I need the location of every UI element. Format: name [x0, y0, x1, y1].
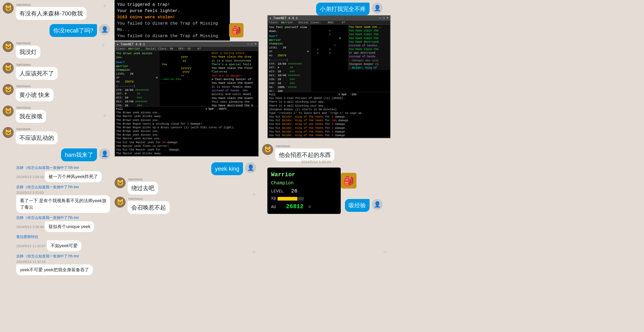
bubble-yeek-king: yeek king [211, 162, 243, 175]
avatar-narcissus-3: 🐱 [3, 63, 14, 74]
quote-4-sender: 查拉图斯特拉 [16, 235, 110, 239]
bubble-wrap-2: 你没recall了吗? [50, 24, 97, 37]
msg-row-3: 🐱 narcissus 我没灯 [3, 41, 110, 58]
deco-plane-7: ✈ [383, 249, 387, 256]
bubble-wrap-7: narcissus 不应该乱动的 [16, 127, 58, 144]
msg-yeek-king: 👤 yeek king [115, 162, 256, 175]
bubble-round: 绕过去吧 [128, 182, 158, 195]
avatar-narcissus-mid: 🐱 [115, 177, 126, 188]
sender-name-4: narcissus [16, 63, 58, 67]
timestamp-right: 2024/5/14 1:05:03 [301, 160, 331, 164]
right-class-bar: Class: Warrior Social Class: NOS: e7 [268, 21, 390, 25]
avatar-narcissus-6: 🐱 [3, 127, 14, 138]
bubble-7: 不应该乱动的 [16, 131, 58, 144]
quote-1-text: 被一万个神风yeek炸死了 [45, 171, 102, 182]
bubble-wrap-round: narcissus 绕过去吧 [128, 177, 158, 195]
quote-4-time: 2024/5/13 11:31:57 [16, 244, 46, 248]
msg-row-6: 🐱 narcissus 我在挨饿 [3, 106, 110, 123]
sender-name-3: narcissus [16, 41, 40, 45]
middle-chat: 👤 yeek king 🐱 narcissus 绕过去吧 🐱 narcissus… [115, 162, 256, 216]
quote-3-text: 疑似有个unique yeek [45, 221, 94, 232]
avatar-you-4: 👤 [372, 3, 383, 14]
right-terminal-titlebar: ✦ TomeNET 4.9.1 ─ □ × [268, 16, 390, 21]
bubble-absorb: 吸经验 [345, 199, 370, 212]
right-terminal: ✦ TomeNET 4.9.1 ─ □ × Class: Warrior Soc… [267, 15, 391, 138]
sender-name-1: narcissus [16, 3, 86, 7]
quote-5-time: 2024/5/13 11:32:15 [16, 260, 46, 264]
quote-2-sender: 吉静（你怎么知道我一发抽中了7th tmr [16, 185, 110, 190]
msg-not-hurt: 👤 小弟打我完全不疼 [262, 3, 383, 15]
bubble-2: 你没recall了吗? [50, 24, 97, 37]
msg-row-4: 🐱 narcissus 人应该死不了 [3, 63, 110, 80]
avatar-narcissus-5: 🐱 [3, 106, 14, 117]
quote-2-time: 2024/5/13 3:31:03 [16, 191, 44, 195]
quote-5-sender: 吉静（你怎么知道我一发抽中了7th tmr [16, 254, 110, 259]
quote-3-time: 2024/5/13 3:36:44 [16, 225, 44, 229]
trap-line-2: Your purse feels lighter. [117, 8, 227, 14]
sender-name-trouble: narcissus [276, 144, 334, 148]
msg-row-8: 👤 ham我来了 [3, 148, 110, 161]
bubble-wrap-3: narcissus 我没灯 [16, 41, 40, 58]
bubble-1: 有没有人来森林-700救我 [16, 7, 86, 20]
avatar-you-2: 👤 [99, 148, 110, 159]
bubble-wrap-1: narcissus 有没有人来森林-700救我 [16, 3, 86, 20]
stats-title: Champion [271, 179, 337, 187]
msg-round: 🐱 narcissus 绕过去吧 [115, 177, 256, 195]
bubble-wrap-trouble: narcissus 他会招惹不起的东西 [275, 144, 334, 161]
deco-plane-6: ✈ [252, 249, 256, 256]
avatar-narcissus-2: 🐱 [3, 41, 14, 52]
quote-section-2: 吉静（你怎么知道我一发抽中了7th tmr 2024/5/13 3:31:03 … [3, 185, 110, 213]
avatar-narcissus-mid2: 🐱 [115, 197, 126, 208]
terminal-titlebar: ✦ TomeNET 4.9.1 ─ □ × [115, 42, 258, 47]
sender-name-5: narcissus [16, 84, 53, 88]
quote-1-sender: 吉静（你怎么知道我一发抽中了7th tmr [16, 165, 110, 170]
class-bar: Class: Warrior Social Class: 90 DEX: 10 … [115, 47, 258, 51]
msg-summon: 🐱 narcissus 会召唤惹不起 [115, 197, 256, 214]
right-terminal-title: ✦ TomeNET 4.9.1 [269, 16, 298, 20]
msg-trouble: 🐱 narcissus 他会招惹不起的东西 [262, 144, 383, 161]
bag-icon: 🎒 [229, 23, 243, 37]
bubble-wrap-8: ham我来了 [61, 148, 97, 161]
chat-page: ✈ ✈ ✈ ✈ ✈ ✈ ✈ 🐱 narcissus 有没有人来森林-700救我 … [0, 0, 644, 332]
sender-name-7: narcissus [16, 127, 58, 131]
bubble-not-hurt: 小弟打我完全不疼 [316, 3, 370, 15]
right-terminal-controls: ─ □ × [379, 16, 388, 20]
sender-name-6: narcissus [16, 106, 46, 109]
bubble-4: 人应该死不了 [16, 67, 58, 80]
trap-line-3: 3163 coins were stolen! [117, 14, 227, 20]
trap-line-4: You failed to disarm the Trap of Missing… [117, 20, 227, 33]
bubble-wrap-not-hurt: 小弟打我完全不疼 [316, 3, 370, 15]
bubble-8: ham我来了 [61, 148, 97, 161]
right-message-log: Full 3 BpR -350 You have 6 Cyan Potions … [268, 92, 390, 138]
bubble-5: 黄小琥 快来 [16, 88, 53, 101]
quote-section-3: 吉静（你怎么知道我一发抽中了7th tmr 2024/5/13 3:36:44 … [3, 215, 110, 232]
msg-row-5: 🐱 narcissus 黄小琥 快来 [3, 84, 110, 101]
bubble-summon: 会召唤惹不起 [128, 201, 170, 214]
bubble-trouble: 他会招惹不起的东西 [275, 148, 334, 161]
avatar-you-5: 👤 [372, 199, 383, 210]
msg-row-2: 👤 你没recall了吗? [3, 24, 110, 37]
sender-name-round: narcissus [128, 177, 158, 181]
terminal-title: ✦ TomeNET 4.9.1 [117, 42, 145, 46]
msg-row-7: 🐱 narcissus 不应该乱动的 [3, 127, 110, 144]
avatar-narcissus-right: 🐱 [262, 144, 273, 155]
quote-section: 吉静（你怎么知道我一发抽中了7th tmr 2024/5/13 3:28:10 … [3, 165, 110, 182]
quote-section-5: 吉静（你怎么知道我一发抽中了7th tmr 2024/5/13 11:32:15… [3, 254, 110, 275]
bubble-wrap-4: narcissus 人应该死不了 [16, 63, 58, 80]
msg-row-1: 🐱 narcissus 有没有人来森林-700救我 [3, 3, 110, 20]
quote-2-text: 看了一下 是有个我视角看不见的法师yeek放了毒云 [16, 195, 110, 213]
bubble-wrap-5: narcissus 黄小琥 快来 [16, 84, 53, 101]
quote-4-text: 不如yeek可爱 [47, 240, 82, 251]
bubble-wrap-summon: narcissus 会召唤惹不起 [128, 197, 170, 214]
bubble-3: 我没灯 [16, 46, 40, 58]
avatar-you-1: 👤 [99, 24, 110, 35]
top-terminal: You triggered a trap! Your purse feels l… [115, 0, 230, 41]
avatar-narcissus-4: 🐱 [3, 84, 14, 95]
quote-section-4: 查拉图斯特拉 2024/5/13 11:31:57 不如yeek可爱 [3, 235, 110, 251]
avatar-narcissus-1: 🐱 [3, 3, 14, 14]
quote-3-sender: 吉静（你怎么知道我一发抽中了7th tmr [16, 215, 110, 220]
avatar-you-3: 👤 [245, 162, 256, 173]
msg-absorb: 👤 吸经验 [262, 199, 383, 212]
stats-class: Warrior [271, 170, 337, 179]
quote-5-text: yeek不可爱 yeek把我全身装备吞了 [16, 264, 93, 275]
